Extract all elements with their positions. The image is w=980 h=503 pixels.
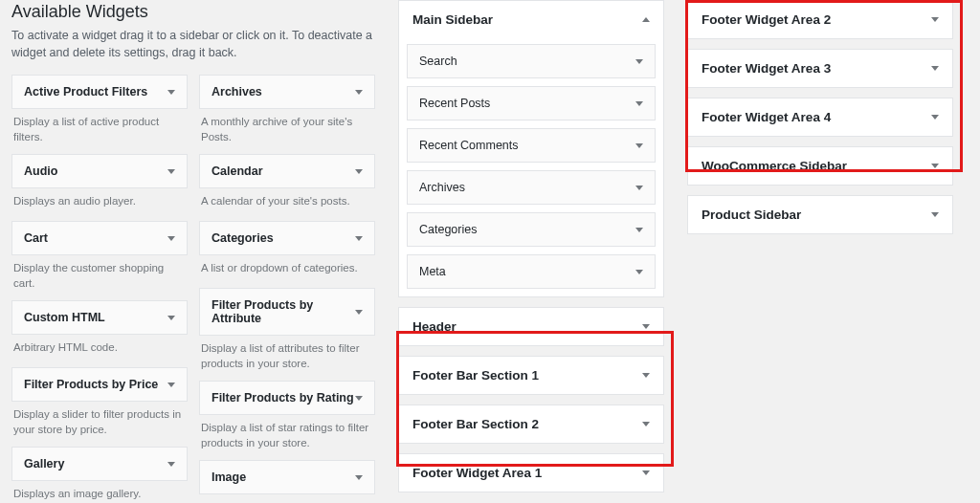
- sidebar-main: Main Sidebar Search Recent Posts Recent …: [398, 0, 664, 297]
- widget-filter-attribute[interactable]: Filter Products by Attribute: [199, 288, 375, 336]
- widget-categories[interactable]: Categories: [199, 221, 375, 255]
- sidebar-footer-bar-1-header[interactable]: Footer Bar Section 1: [399, 357, 663, 394]
- widget-custom-html[interactable]: Custom HTML: [11, 300, 188, 335]
- widget-active-product-filters[interactable]: Active Product Filters: [11, 75, 188, 109]
- widget-title: Filter Products by Rating: [212, 391, 354, 405]
- widget-title: Categories: [212, 231, 274, 245]
- widget-desc: Arbitrary HTML code.: [11, 335, 188, 367]
- chevron-down-icon: [642, 324, 650, 329]
- widget-filter-rating[interactable]: Filter Products by Rating: [199, 381, 375, 415]
- sidebar-header-area-header[interactable]: Header: [399, 308, 663, 345]
- chevron-down-icon: [635, 228, 643, 232]
- widget-label: Meta: [419, 265, 446, 278]
- widget-audio[interactable]: Audio: [11, 154, 188, 188]
- sidebar-footer-widget-1: Footer Widget Area 1: [398, 453, 664, 492]
- sidebar-product-header[interactable]: Product Sidebar: [688, 196, 952, 233]
- chevron-down-icon: [167, 462, 175, 467]
- chevron-down-icon: [931, 17, 939, 22]
- sidebar-footer-bar-2-header[interactable]: Footer Bar Section 2: [399, 405, 663, 443]
- available-widgets-grid: Active Product Filters Display a list of…: [11, 75, 375, 503]
- widget-title: Custom HTML: [24, 311, 105, 324]
- widget-title: Calendar: [212, 164, 263, 178]
- widget-title: Filter Products by Price: [24, 378, 158, 391]
- widget-filter-price[interactable]: Filter Products by Price: [11, 367, 188, 402]
- sidebar-main-header[interactable]: Main Sidebar: [399, 1, 663, 38]
- widget-desc: Display the customer shopping cart.: [11, 255, 188, 300]
- chevron-down-icon: [167, 316, 175, 320]
- sidebar-woocommerce: WooCommerce Sidebar: [687, 146, 953, 186]
- sidebar-woocommerce-header[interactable]: WooCommerce Sidebar: [688, 147, 952, 185]
- widget-desc: Displays an audio player.: [11, 188, 188, 221]
- widget-desc: Display a list of attributes to filter p…: [199, 336, 375, 381]
- sidebar-footer-bar-1: Footer Bar Section 1: [398, 356, 664, 395]
- widget-title: Archives: [212, 85, 262, 98]
- chevron-down-icon: [355, 475, 363, 480]
- chevron-down-icon: [635, 270, 643, 274]
- widget-title: Cart: [24, 231, 48, 245]
- sidebar-title: Footer Widget Area 2: [702, 12, 831, 27]
- widget-desc: A monthly archive of your site's Posts.: [199, 109, 375, 154]
- widget-desc: Displays an image.: [199, 494, 375, 503]
- widget-desc: Display a slider to filter products in y…: [11, 402, 188, 447]
- sidebar-footer-bar-2: Footer Bar Section 2: [398, 405, 664, 444]
- widget-label: Search: [419, 55, 457, 68]
- sidebar-footer-widget-3-header[interactable]: Footer Widget Area 3: [688, 50, 952, 87]
- available-widgets-title: Available Widgets: [11, 2, 375, 22]
- sidebar-header-area: Header: [398, 307, 664, 346]
- widget-label: Categories: [419, 223, 477, 236]
- sidebar-widget-meta[interactable]: Meta: [407, 254, 656, 289]
- sidebar-widget-categories[interactable]: Categories: [407, 212, 656, 247]
- widget-archives[interactable]: Archives: [199, 75, 375, 109]
- widget-desc: Display a list of star ratings to filter…: [199, 415, 375, 460]
- chevron-down-icon: [355, 236, 363, 241]
- available-widgets-panel: Available Widgets To activate a widget d…: [11, 0, 375, 503]
- chevron-down-icon: [931, 66, 939, 71]
- sidebar-title: Product Sidebar: [702, 208, 801, 222]
- widget-image[interactable]: Image: [199, 460, 375, 494]
- widget-cart[interactable]: Cart: [11, 221, 188, 255]
- chevron-down-icon: [167, 236, 175, 241]
- sidebar-title: Footer Widget Area 4: [702, 110, 831, 124]
- sidebar-footer-widget-1-header[interactable]: Footer Widget Area 1: [399, 454, 663, 492]
- sidebar-footer-widget-3: Footer Widget Area 3: [687, 49, 953, 88]
- sidebar-footer-widget-4-header[interactable]: Footer Widget Area 4: [688, 98, 952, 136]
- sidebar-title: Footer Widget Area 1: [412, 466, 542, 480]
- chevron-down-icon: [355, 169, 363, 174]
- chevron-down-icon: [167, 383, 175, 387]
- sidebar-title: Footer Bar Section 1: [412, 368, 539, 383]
- chevron-down-icon: [642, 373, 650, 378]
- widget-desc: A list or dropdown of categories.: [199, 255, 375, 288]
- sidebar-widget-recent-posts[interactable]: Recent Posts: [407, 86, 656, 120]
- widget-label: Recent Comments: [419, 139, 519, 152]
- widget-title: Active Product Filters: [24, 85, 147, 98]
- chevron-down-icon: [642, 470, 650, 475]
- widget-gallery[interactable]: Gallery: [11, 447, 188, 481]
- sidebar-title: WooCommerce Sidebar: [702, 159, 847, 173]
- chevron-down-icon: [355, 90, 363, 95]
- widget-title: Gallery: [24, 457, 64, 470]
- sidebar-title: Footer Widget Area 3: [702, 61, 831, 76]
- sidebar-footer-widget-2-header[interactable]: Footer Widget Area 2: [688, 1, 952, 38]
- widget-title: Audio: [24, 164, 57, 178]
- sidebar-widget-archives[interactable]: Archives: [407, 170, 656, 205]
- widget-label: Recent Posts: [419, 97, 490, 110]
- sidebar-widget-recent-comments[interactable]: Recent Comments: [407, 128, 656, 163]
- sidebar-title: Main Sidebar: [412, 12, 493, 27]
- widget-title: Image: [212, 470, 246, 484]
- chevron-down-icon: [635, 59, 643, 64]
- sidebar-title: Footer Bar Section 2: [412, 417, 539, 431]
- available-widgets-desc: To activate a widget drag it to a sideba…: [11, 28, 375, 61]
- chevron-down-icon: [635, 186, 643, 190]
- available-widgets-col-left: Active Product Filters Display a list of…: [11, 75, 188, 503]
- chevron-down-icon: [931, 164, 939, 168]
- widget-calendar[interactable]: Calendar: [199, 154, 375, 188]
- widget-desc: Displays an image gallery.: [11, 481, 188, 503]
- widgets-admin: Available Widgets To activate a widget d…: [0, 0, 980, 503]
- available-widgets-col-right: Archives A monthly archive of your site'…: [199, 75, 375, 503]
- chevron-down-icon: [167, 169, 175, 174]
- chevron-down-icon: [355, 396, 363, 401]
- sidebar-main-body: Search Recent Posts Recent Comments Arch…: [399, 38, 663, 296]
- sidebar-widget-search[interactable]: Search: [407, 44, 656, 78]
- chevron-down-icon: [167, 90, 175, 95]
- widget-title: Filter Products by Attribute: [212, 298, 355, 325]
